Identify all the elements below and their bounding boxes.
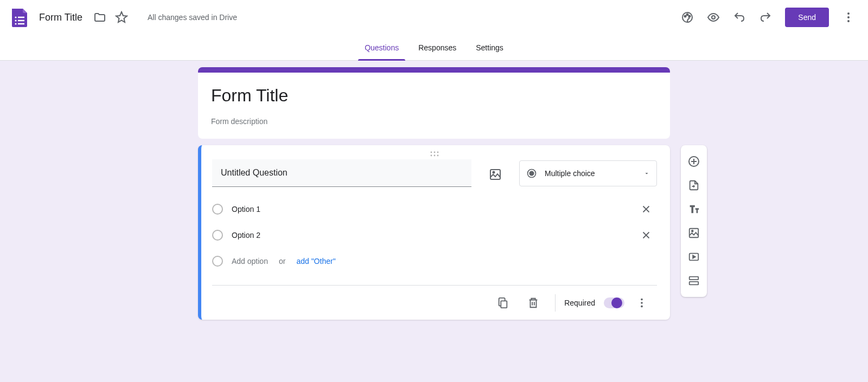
svg-point-15 <box>434 152 436 153</box>
svg-rect-28 <box>501 301 507 308</box>
add-section-icon[interactable] <box>684 271 704 290</box>
svg-point-16 <box>437 152 439 153</box>
add-option-button[interactable]: Add option <box>232 257 268 266</box>
drag-handle-icon[interactable] <box>212 148 657 159</box>
add-title-icon[interactable] <box>684 199 704 219</box>
remove-option-icon[interactable] <box>635 198 657 220</box>
svg-point-36 <box>692 230 693 232</box>
redo-icon[interactable] <box>755 7 776 28</box>
tab-settings[interactable]: Settings <box>474 35 506 61</box>
question-type-select[interactable]: Multiple choice <box>519 160 657 186</box>
import-questions-icon[interactable] <box>684 176 704 195</box>
delete-icon[interactable] <box>520 290 546 316</box>
svg-point-30 <box>641 302 643 304</box>
move-to-folder-icon[interactable] <box>89 7 111 28</box>
add-option-row: Add option or add "Other" <box>212 248 657 274</box>
option-row: Option 1 <box>212 196 657 222</box>
form-name-input[interactable]: Form Title <box>39 12 82 23</box>
tab-responses[interactable]: Responses <box>416 35 458 61</box>
svg-point-19 <box>437 155 439 157</box>
svg-point-31 <box>641 305 643 307</box>
svg-point-14 <box>431 152 432 153</box>
save-status: All changes saved in Drive <box>148 13 237 22</box>
question-card[interactable]: Multiple choice Option 1 Option 2 Add op… <box>198 145 670 320</box>
divider <box>555 294 556 312</box>
svg-point-4 <box>15 23 16 24</box>
star-icon[interactable] <box>111 7 132 28</box>
side-toolbar <box>681 145 707 297</box>
svg-point-23 <box>529 171 534 176</box>
add-video-icon[interactable] <box>684 247 704 267</box>
remove-option-icon[interactable] <box>635 224 657 246</box>
tabs-bar: Questions Responses Settings <box>0 35 868 61</box>
duplicate-icon[interactable] <box>490 290 516 316</box>
option-row: Option 2 <box>212 222 657 248</box>
preview-icon[interactable] <box>703 7 724 28</box>
or-text: or <box>279 257 285 266</box>
svg-point-8 <box>687 14 688 16</box>
svg-point-7 <box>685 16 686 17</box>
svg-rect-38 <box>690 277 699 280</box>
tab-questions[interactable]: Questions <box>362 35 401 61</box>
required-toggle[interactable] <box>604 297 624 308</box>
form-canvas: Form Title Form description Mult <box>0 61 868 382</box>
svg-point-29 <box>641 298 643 300</box>
undo-icon[interactable] <box>729 7 750 28</box>
svg-rect-5 <box>18 23 24 25</box>
forms-logo[interactable] <box>9 7 30 28</box>
radio-icon <box>212 204 223 215</box>
question-footer: Required <box>212 285 657 320</box>
option-text[interactable]: Option 1 <box>232 205 627 213</box>
add-image-icon[interactable] <box>482 161 508 187</box>
send-button[interactable]: Send <box>785 8 829 27</box>
option-text[interactable]: Option 2 <box>232 231 627 239</box>
svg-rect-3 <box>18 20 24 22</box>
svg-rect-35 <box>690 229 699 238</box>
required-label: Required <box>564 299 595 307</box>
chevron-down-icon <box>643 170 650 177</box>
svg-rect-20 <box>490 170 500 179</box>
svg-point-11 <box>847 12 850 15</box>
question-more-icon[interactable] <box>629 290 655 316</box>
svg-point-0 <box>15 16 16 18</box>
header-actions: Send <box>676 7 859 28</box>
form-title[interactable]: Form Title <box>211 85 657 106</box>
svg-point-21 <box>493 172 495 173</box>
svg-rect-39 <box>690 282 699 285</box>
customize-theme-icon[interactable] <box>676 7 698 28</box>
form-description[interactable]: Form description <box>211 117 657 126</box>
add-question-icon[interactable] <box>684 152 704 171</box>
radio-icon <box>212 256 223 267</box>
svg-point-10 <box>712 16 715 19</box>
radio-icon <box>212 230 223 241</box>
question-type-label: Multiple choice <box>545 169 636 178</box>
app-header: Form Title All changes saved in Drive Se… <box>0 0 868 35</box>
svg-point-18 <box>434 155 436 157</box>
question-title-input[interactable] <box>221 168 463 178</box>
title-card[interactable]: Form Title Form description <box>198 67 670 139</box>
question-title-field[interactable] <box>212 159 471 187</box>
svg-point-12 <box>847 16 850 18</box>
svg-rect-1 <box>18 17 24 18</box>
svg-point-13 <box>847 20 850 22</box>
svg-point-2 <box>15 20 16 21</box>
svg-point-9 <box>689 16 691 17</box>
add-other-button[interactable]: add "Other" <box>296 257 335 266</box>
more-icon[interactable] <box>838 7 859 28</box>
add-image-toolbar-icon[interactable] <box>684 223 704 243</box>
svg-point-17 <box>431 155 432 157</box>
